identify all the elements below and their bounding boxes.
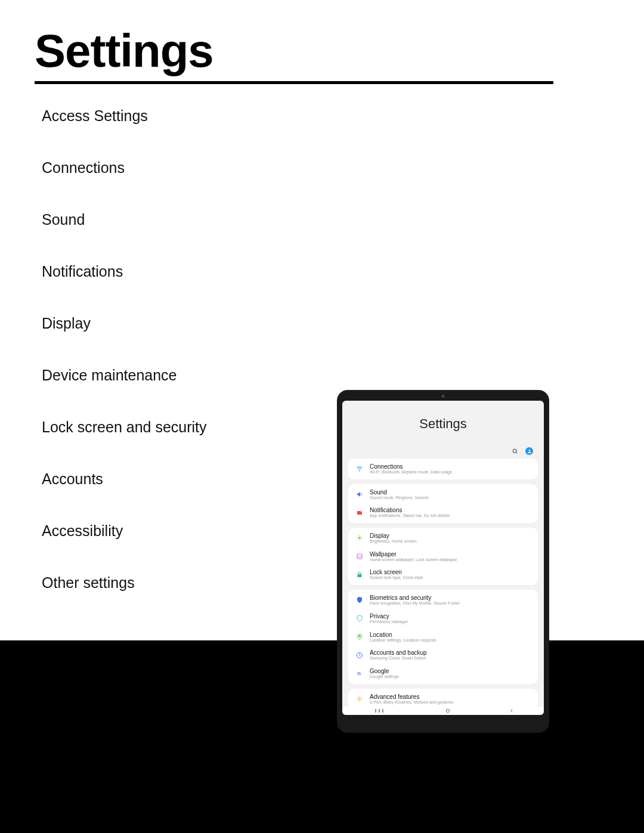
- svg-line-14: [361, 536, 362, 537]
- sound-icon: [355, 490, 364, 498]
- toc-other-settings[interactable]: Other settings: [42, 574, 207, 592]
- device-screen: Settings Connections: [342, 401, 544, 715]
- device-frame: Settings Connections: [337, 390, 549, 733]
- svg-line-12: [361, 540, 362, 540]
- nav-recent-icon[interactable]: [372, 708, 386, 713]
- svg-text:G: G: [357, 671, 361, 676]
- row-subtitle: Screen lock type, Clock style: [370, 575, 423, 580]
- row-location[interactable]: Location Location settings, Location req…: [348, 628, 538, 646]
- row-subtitle: Brightness, Home screen: [370, 539, 417, 544]
- row-subtitle: Google settings: [370, 674, 399, 679]
- wifi-icon: [355, 465, 364, 473]
- row-subtitle: Permission manager: [370, 620, 408, 624]
- row-google[interactable]: G Google Google settings: [348, 664, 538, 683]
- row-sound[interactable]: Sound Sound mode, Ringtone, Volume: [348, 485, 538, 504]
- google-icon: G: [355, 669, 364, 677]
- wallpaper-icon: [355, 552, 364, 561]
- settings-card: Sound Sound mode, Ringtone, Volume Notif…: [348, 484, 538, 523]
- row-wallpaper[interactable]: Wallpaper Home screen wallpaper, Lock sc…: [348, 547, 538, 566]
- android-navbar: [342, 707, 544, 715]
- row-display[interactable]: Display Brightness, Home screen: [348, 529, 538, 547]
- row-notifications[interactable]: Notifications App notifications, Status …: [348, 503, 538, 522]
- row-title: Sound: [370, 489, 429, 496]
- row-title: Location: [370, 631, 436, 638]
- row-title: Advanced features: [370, 693, 453, 700]
- svg-rect-16: [358, 574, 362, 577]
- row-subtitle: Home screen wallpaper, Lock screen wallp…: [370, 558, 457, 562]
- camera-dot: [442, 395, 445, 398]
- toc-connections[interactable]: Connections: [42, 159, 207, 176]
- row-privacy[interactable]: Privacy Permission manager: [348, 609, 538, 628]
- page-title: Settings: [35, 24, 213, 78]
- toc-notifications[interactable]: Notifications: [42, 263, 207, 280]
- row-advanced-features[interactable]: Advanced features S Pen, Bixby Routines,…: [348, 690, 538, 708]
- svg-point-24: [446, 709, 449, 712]
- accounts-icon: [355, 651, 364, 659]
- row-subtitle: S Pen, Bixby Routines, Motions and gestu…: [370, 700, 453, 705]
- row-biometrics[interactable]: Biometrics and security Face recognition…: [348, 591, 538, 609]
- row-title: Wallpaper: [370, 551, 457, 558]
- svg-point-5: [361, 510, 363, 512]
- svg-point-17: [359, 636, 361, 637]
- svg-point-3: [359, 470, 360, 472]
- row-subtitle: App notifications, Status bar, Do not di…: [370, 513, 450, 518]
- svg-point-20: [359, 698, 361, 699]
- row-title: Display: [370, 532, 417, 539]
- toc-list: Access Settings Connections Sound Notifi…: [42, 107, 207, 592]
- profile-icon[interactable]: [525, 447, 533, 455]
- row-subtitle: Location settings, Location requests: [370, 638, 436, 643]
- row-title: Notifications: [370, 507, 450, 513]
- svg-point-2: [528, 450, 530, 451]
- notifications-icon: [355, 509, 364, 517]
- screen-title: Settings: [342, 401, 544, 447]
- shield-icon: [355, 596, 364, 604]
- row-title: Biometrics and security: [370, 594, 460, 601]
- row-subtitle: Sound mode, Ringtone, Volume: [370, 496, 429, 500]
- row-title: Privacy: [370, 613, 408, 620]
- settings-card: Display Brightness, Home screen Wallpape…: [348, 528, 538, 585]
- row-subtitle: Samsung Cloud, Smart Switch: [370, 656, 427, 661]
- toc-sound[interactable]: Sound: [42, 211, 207, 228]
- row-title: Accounts and backup: [370, 649, 427, 656]
- row-title: Connections: [370, 463, 452, 470]
- row-accounts-backup[interactable]: Accounts and backup Samsung Cloud, Smart…: [348, 646, 538, 664]
- heading-rule: [35, 81, 553, 84]
- row-subtitle: Wi-Fi, Bluetooth, Airplane mode, Data us…: [370, 470, 452, 475]
- toc-display[interactable]: Display: [42, 315, 207, 332]
- advanced-icon: [355, 695, 364, 703]
- settings-card: Connections Wi-Fi, Bluetooth, Airplane m…: [348, 459, 538, 479]
- row-title: Lock screen: [370, 569, 423, 575]
- toc-accounts[interactable]: Accounts: [42, 470, 207, 488]
- toc-device-maintenance[interactable]: Device maintenance: [42, 367, 207, 384]
- settings-list: Connections Wi-Fi, Bluetooth, Airplane m…: [342, 459, 544, 715]
- display-icon: [355, 534, 364, 542]
- svg-point-6: [358, 537, 361, 539]
- lock-icon: [355, 571, 364, 579]
- toc-lock-screen-security[interactable]: Lock screen and security: [42, 419, 207, 436]
- nav-back-icon[interactable]: [509, 708, 514, 713]
- location-icon: [355, 633, 364, 641]
- privacy-icon: [355, 614, 364, 623]
- row-connections[interactable]: Connections Wi-Fi, Bluetooth, Airplane m…: [348, 460, 538, 478]
- search-icon[interactable]: [512, 448, 518, 454]
- nav-home-icon[interactable]: [445, 708, 450, 713]
- svg-line-1: [516, 452, 517, 453]
- toc-access-settings[interactable]: Access Settings: [42, 107, 207, 125]
- svg-line-11: [358, 536, 358, 537]
- svg-rect-15: [357, 554, 362, 559]
- toc-accessibility[interactable]: Accessibility: [42, 522, 207, 540]
- row-lock-screen[interactable]: Lock screen Screen lock type, Clock styl…: [348, 565, 538, 584]
- row-title: Google: [370, 668, 399, 674]
- row-subtitle: Face recognition, Find My Mobile, Secure…: [370, 601, 460, 606]
- settings-card: Biometrics and security Face recognition…: [348, 590, 538, 683]
- svg-line-13: [358, 540, 358, 540]
- svg-point-0: [513, 449, 516, 453]
